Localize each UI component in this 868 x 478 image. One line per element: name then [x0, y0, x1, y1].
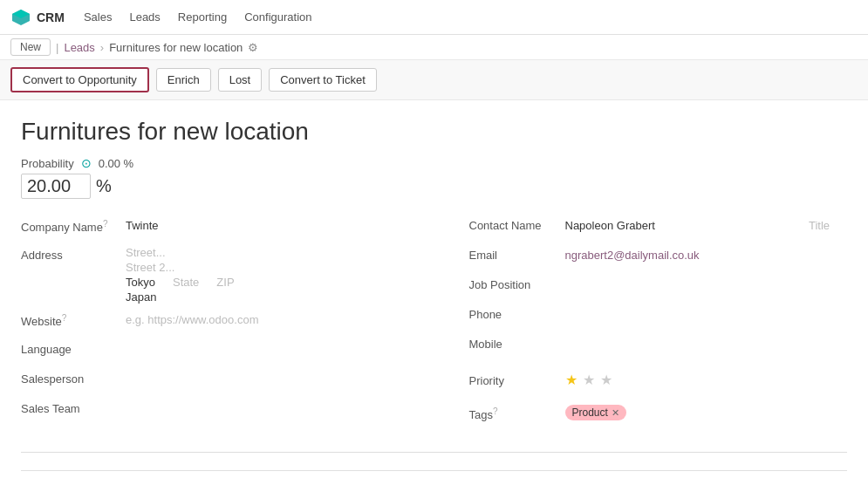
mobile-value[interactable]: [565, 335, 830, 338]
priority-label: Priority: [469, 372, 565, 387]
convert-to-opportunity-button[interactable]: Convert to Opportunity: [10, 67, 149, 92]
main-content: Furnitures for new location Probability …: [0, 100, 868, 478]
crm-logo-icon: [10, 7, 31, 28]
new-button[interactable]: New: [10, 38, 51, 56]
nav-reporting[interactable]: Reporting: [176, 7, 229, 27]
lost-button[interactable]: Lost: [218, 68, 263, 92]
language-value[interactable]: [126, 340, 417, 343]
website-placeholder[interactable]: e.g. https://www.odoo.com: [126, 311, 258, 326]
form-right: Contact Name Napoleon Grabert Title Emai…: [434, 216, 848, 431]
form-grid: Company Name? Twinte Address Street... S…: [21, 216, 847, 431]
sales-team-label: Sales Team: [21, 399, 126, 415]
phone-label: Phone: [469, 305, 565, 321]
nav-items: Sales Leads Reporting Configuration: [82, 7, 314, 27]
tags-label: Tags?: [469, 404, 565, 421]
priority-stars: ★ ★ ★: [565, 372, 612, 388]
star-2[interactable]: ★: [583, 372, 595, 388]
mobile-label: Mobile: [469, 335, 565, 351]
company-name-value: Twinte: [126, 216, 417, 232]
percentage-input[interactable]: 20.00: [21, 174, 91, 199]
percentage-symbol: %: [96, 176, 112, 196]
breadcrumb-parent[interactable]: Leads: [64, 41, 94, 54]
address-row: Address Street... Street 2... Tokyo Stat…: [21, 246, 417, 304]
website-row: Website? e.g. https://www.odoo.com: [21, 311, 417, 333]
star-3[interactable]: ★: [600, 372, 612, 388]
star-1[interactable]: ★: [565, 372, 578, 388]
nav-logo[interactable]: CRM: [10, 7, 65, 28]
address-label: Address: [21, 246, 126, 262]
nav-crm-label: CRM: [37, 10, 65, 24]
page-title: Furnitures for new location: [21, 118, 847, 146]
tab-extra-info[interactable]: Extra Info: [120, 471, 196, 478]
top-navigation: CRM Sales Leads Reporting Configuration: [0, 0, 868, 35]
salesperson-value[interactable]: [126, 370, 417, 372]
salesperson-label: Salesperson: [21, 370, 126, 386]
street-placeholder[interactable]: Street...: [126, 246, 417, 259]
email-row: Email ngrabert2@dailymail.co.uk: [469, 246, 830, 269]
tags-row: Tags? Product ✕: [469, 401, 830, 424]
job-position-value[interactable]: [565, 276, 830, 278]
tag-product: Product ✕: [565, 405, 626, 420]
form-left: Company Name? Twinte Address Street... S…: [21, 216, 434, 431]
priority-row: Priority ★ ★ ★: [469, 372, 830, 394]
bottom-tabs-container: Internal Notes Extra Info Assigned Partn…: [21, 452, 847, 478]
tab-internal-notes[interactable]: Internal Notes: [21, 471, 120, 478]
breadcrumb: New | Leads › Furnitures for new locatio…: [0, 35, 868, 60]
probability-icon: ⊙: [81, 156, 92, 170]
probability-label: Probability: [21, 157, 74, 170]
tag-remove-button[interactable]: ✕: [612, 407, 619, 419]
email-value: ngrabert2@dailymail.co.uk: [565, 246, 830, 262]
city-state-zip-row: Tokyo State ZIP: [126, 276, 417, 289]
tags-container: Product ✕: [565, 405, 626, 420]
nav-leads[interactable]: Leads: [127, 7, 161, 27]
convert-to-ticket-button[interactable]: Convert to Ticket: [269, 68, 377, 92]
sales-team-value[interactable]: [126, 399, 417, 402]
action-bar: Convert to Opportunity Enrich Lost Conve…: [0, 60, 868, 100]
company-name-row: Company Name? Twinte: [21, 216, 417, 239]
bottom-tabs: Internal Notes Extra Info Assigned Partn…: [21, 470, 847, 478]
breadcrumb-current: Furnitures for new location: [109, 41, 243, 54]
breadcrumb-separator: |: [56, 41, 58, 54]
website-label: Website?: [21, 311, 126, 328]
state-placeholder[interactable]: State: [173, 276, 199, 289]
probability-value: 0.00 %: [99, 157, 133, 170]
gear-icon[interactable]: ⚙: [248, 41, 258, 54]
company-name-label: Company Name?: [21, 216, 126, 234]
priority-section: Priority ★ ★ ★ Tags? Product ✕: [469, 372, 830, 424]
language-label: Language: [21, 340, 126, 356]
contact-name-row: Contact Name Napoleon Grabert Title: [469, 216, 830, 239]
contact-name-value: Napoleon Grabert: [565, 216, 791, 232]
probability-row: Probability ⊙ 0.00 %: [21, 156, 847, 170]
zip-placeholder[interactable]: ZIP: [216, 276, 234, 289]
job-position-label: Job Position: [469, 276, 565, 291]
enrich-button[interactable]: Enrich: [156, 68, 211, 92]
language-row: Language: [21, 340, 417, 363]
city-value: Tokyo: [126, 276, 155, 289]
title-placeholder[interactable]: Title: [809, 216, 830, 232]
tag-product-label: Product: [572, 406, 608, 419]
mobile-row: Mobile: [469, 335, 830, 358]
percentage-row: 20.00 %: [21, 174, 847, 199]
breadcrumb-arrow: ›: [100, 41, 104, 54]
street2-placeholder[interactable]: Street 2...: [126, 261, 417, 274]
phone-value[interactable]: [565, 305, 830, 308]
address-block: Street... Street 2... Tokyo State ZIP Ja…: [126, 246, 417, 304]
salesperson-row: Salesperson: [21, 370, 417, 393]
job-position-row: Job Position: [469, 276, 830, 298]
sales-team-row: Sales Team: [21, 399, 417, 422]
nav-configuration[interactable]: Configuration: [243, 7, 313, 27]
nav-sales[interactable]: Sales: [82, 7, 114, 27]
email-label: Email: [469, 246, 565, 262]
phone-row: Phone: [469, 305, 830, 328]
country-value: Japan: [126, 290, 417, 304]
tab-assigned-partner[interactable]: Assigned Partner: [196, 471, 311, 478]
contact-name-label: Contact Name: [469, 216, 565, 232]
